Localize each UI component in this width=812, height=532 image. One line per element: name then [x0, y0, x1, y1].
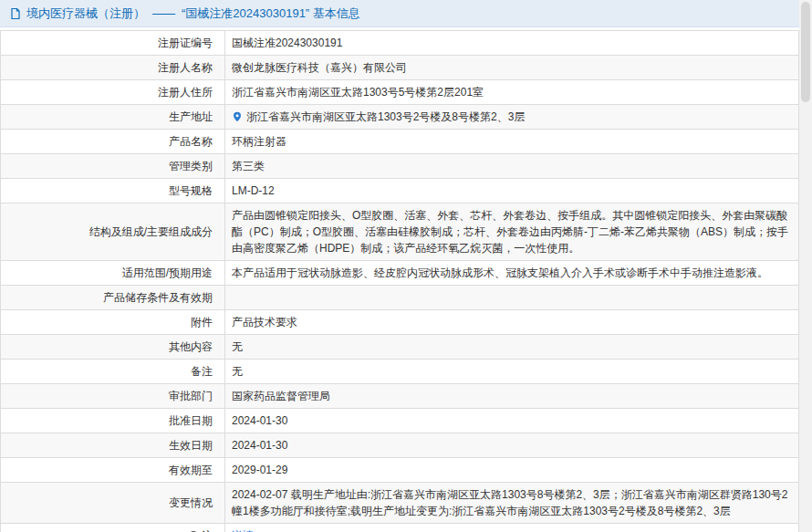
row-value-text: 浙江省嘉兴市南湖区亚太路1303号2号楼及8号楼第2、3层 [246, 110, 525, 123]
table-row: 产品储存条件及有效期 [1, 286, 799, 310]
document-icon [9, 7, 22, 20]
row-label: 有效期至 [1, 458, 225, 483]
row-label-text: 适用范围/预期用途 [122, 266, 213, 279]
row-value-text: 2024-02-07 载明生产地址由:浙江省嘉兴市南湖区亚太路1303号8号楼第… [232, 488, 787, 517]
row-value: 环柄注射器 [225, 130, 799, 154]
row-label: 批准日期 [1, 409, 225, 433]
title-separator: —— [152, 6, 174, 20]
row-value: 浙江省嘉兴市南湖区亚太路1303号2号楼及8号楼第2、3层 [225, 105, 799, 130]
row-value-text: 无 [232, 365, 243, 378]
page-title: “国械注准20243030191” 基本信息 [182, 5, 360, 22]
row-label-text: 生产地址 [169, 110, 213, 123]
row-label: 生效日期 [1, 433, 225, 458]
row-label: 备注 [1, 360, 225, 384]
row-label-text: 其他内容 [169, 340, 213, 353]
row-value-text: 第三类 [232, 160, 265, 172]
row-label-text: 产品储存条件及有效期 [103, 291, 213, 304]
row-value: 产品技术要求 [225, 310, 799, 335]
row-label: 附件 [1, 310, 225, 335]
row-value: 微创龙脉医疗科技（嘉兴）有限公司 [225, 56, 799, 80]
row-label: 变更情况 [1, 483, 225, 524]
row-label-text: 备注 [191, 365, 213, 378]
row-value: 详情 [225, 524, 799, 532]
row-label: 其他内容 [1, 335, 225, 360]
page-title-category: 境内医疗器械（注册） [26, 5, 145, 22]
table-row: 生产地址浙江省嘉兴市南湖区亚太路1303号2号楼及8号楼第2、3层 [1, 105, 799, 130]
row-label-text: 附件 [191, 316, 213, 329]
row-label: 注册人名称 [1, 56, 225, 80]
row-label: 产品名称 [1, 130, 225, 154]
table-row: 注册人名称微创龙脉医疗科技（嘉兴）有限公司 [1, 56, 799, 80]
row-label-text: 注册证编号 [158, 37, 213, 49]
row-value-text: 本产品适用于冠状动脉造影、经皮腔内冠状动脉成形术、冠脉支架植入介入手术或诊断手术… [232, 266, 768, 279]
row-label: 审批部门 [1, 384, 225, 409]
table-row: 批准日期2024-01-30 [1, 409, 799, 433]
row-value-text: 无 [232, 340, 243, 353]
row-value: 国械注准20243030191 [225, 31, 799, 56]
row-value-text: LM-D-12 [232, 184, 275, 197]
row-label-text: 注册人住所 [158, 86, 213, 99]
row-value: 2024-02-07 载明生产地址由:浙江省嘉兴市南湖区亚太路1303号8号楼第… [225, 483, 799, 524]
row-value-text: 2024-01-30 [232, 439, 287, 452]
row-label-text: 有效期至 [169, 464, 213, 476]
row-value: 本产品适用于冠状动脉造影、经皮腔内冠状动脉成形术、冠脉支架植入介入手术或诊断手术… [225, 261, 799, 286]
row-label: 生产地址 [1, 105, 225, 130]
row-value: 2029-01-29 [225, 458, 799, 483]
row-value-text: 国家药品监督管理局 [232, 390, 330, 402]
row-label-text: 结构及组成/主要组成成分 [89, 225, 213, 238]
row-label-text: 审批部门 [169, 390, 213, 402]
page-header: 境内医疗器械（注册） —— “国械注准20243030191” 基本信息 [0, 0, 799, 27]
table-row: 审批部门国家药品监督管理局 [1, 384, 799, 409]
row-value: 2024-01-30 [225, 433, 799, 458]
row-value: 第三类 [225, 154, 799, 179]
table-row: 备注无 [1, 360, 799, 384]
row-value-text: 2024-01-30 [232, 414, 287, 427]
row-value: 无 [225, 360, 799, 384]
row-value: 国家药品监督管理局 [225, 384, 799, 409]
table-row: 注册证编号国械注准20243030191 [1, 31, 799, 56]
table-row: 注册人住所浙江省嘉兴市南湖区亚太路1303号5号楼第2层201室 [1, 80, 799, 105]
row-label-text: 变更情况 [169, 496, 213, 509]
row-value-text: 国械注准20243030191 [232, 37, 342, 49]
table-row: 管理类别第三类 [1, 154, 799, 179]
info-table-body: 注册证编号国械注准20243030191注册人名称微创龙脉医疗科技（嘉兴）有限公… [1, 31, 799, 532]
row-label-text: 产品名称 [169, 135, 213, 148]
table-row: 变更情况2024-02-07 载明生产地址由:浙江省嘉兴市南湖区亚太路1303号… [1, 483, 799, 524]
info-table: 注册证编号国械注准20243030191注册人名称微创龙脉医疗科技（嘉兴）有限公… [0, 30, 799, 532]
row-value-text: 微创龙脉医疗科技（嘉兴）有限公司 [232, 61, 407, 74]
table-row: 有效期至2029-01-29 [1, 458, 799, 483]
registration-detail-page: 境内医疗器械（注册） —— “国械注准20243030191” 基本信息 注册证… [0, 0, 799, 532]
row-label: 注册证编号 [1, 31, 225, 56]
row-value-text: 产品由圆锥锁定阳接头、O型胶圈、活塞、外套、芯杆、外套卷边、按手组成。其中圆锥锁… [232, 209, 788, 255]
row-label: 型号规格 [1, 179, 225, 203]
table-row: 结构及组成/主要组成成分产品由圆锥锁定阳接头、O型胶圈、活塞、外套、芯杆、外套卷… [1, 203, 799, 261]
row-value-text: 环柄注射器 [232, 135, 286, 148]
row-label: 注册人住所 [1, 80, 225, 105]
row-value-text: 2029-01-29 [232, 464, 287, 476]
row-value: 产品由圆锥锁定阳接头、O型胶圈、活塞、外套、芯杆、外套卷边、按手组成。其中圆锥锁… [225, 203, 799, 261]
row-label: 结构及组成/主要组成成分 [1, 203, 225, 261]
row-label-text: 生效日期 [169, 439, 213, 452]
row-label-text: 批准日期 [169, 414, 213, 427]
row-label: 产品储存条件及有效期 [1, 286, 225, 310]
row-label-text: 型号规格 [169, 184, 213, 197]
table-row: 生效日期2024-01-30 [1, 433, 799, 458]
row-label: 管理类别 [1, 154, 225, 179]
row-value-text: 产品技术要求 [232, 316, 297, 329]
table-row: 附件产品技术要求 [1, 310, 799, 335]
row-label-text: 注册人名称 [158, 61, 213, 74]
row-value [225, 286, 799, 310]
table-row: 其他内容无 [1, 335, 799, 360]
table-row: 产品名称环柄注射器 [1, 130, 799, 154]
row-label: 注 [1, 524, 225, 532]
row-value: 2024-01-30 [225, 409, 799, 433]
row-label: 适用范围/预期用途 [1, 261, 225, 286]
row-value-text: 浙江省嘉兴市南湖区亚太路1303号5号楼第2层201室 [232, 86, 484, 99]
row-value: 浙江省嘉兴市南湖区亚太路1303号5号楼第2层201室 [225, 80, 799, 105]
scrollbar-thumb[interactable] [801, 2, 810, 102]
table-row: 型号规格LM-D-12 [1, 179, 799, 203]
table-row: 适用范围/预期用途本产品适用于冠状动脉造影、经皮腔内冠状动脉成形术、冠脉支架植入… [1, 261, 799, 286]
table-row: 注详情 [1, 524, 799, 532]
row-value: LM-D-12 [225, 179, 799, 203]
scrollbar[interactable] [799, 0, 812, 532]
